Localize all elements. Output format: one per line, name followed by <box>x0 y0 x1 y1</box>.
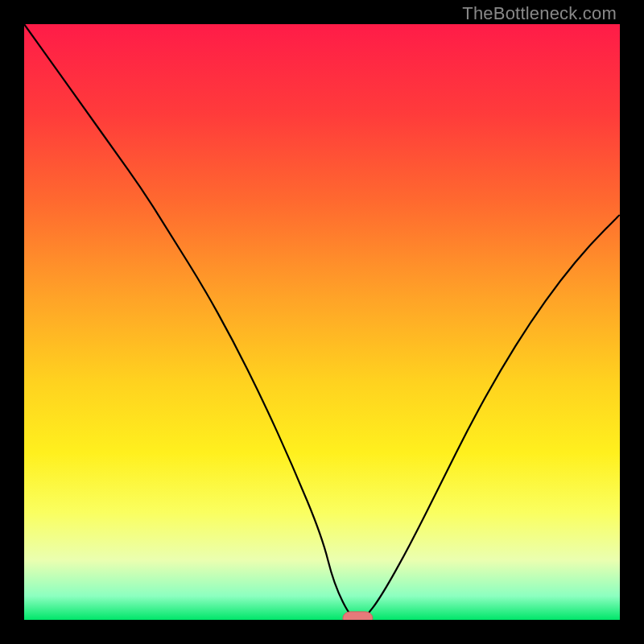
watermark-text: TheBottleneck.com <box>462 3 617 24</box>
bottleneck-chart <box>24 24 620 620</box>
chart-frame <box>24 24 620 620</box>
optimal-marker <box>343 612 373 620</box>
